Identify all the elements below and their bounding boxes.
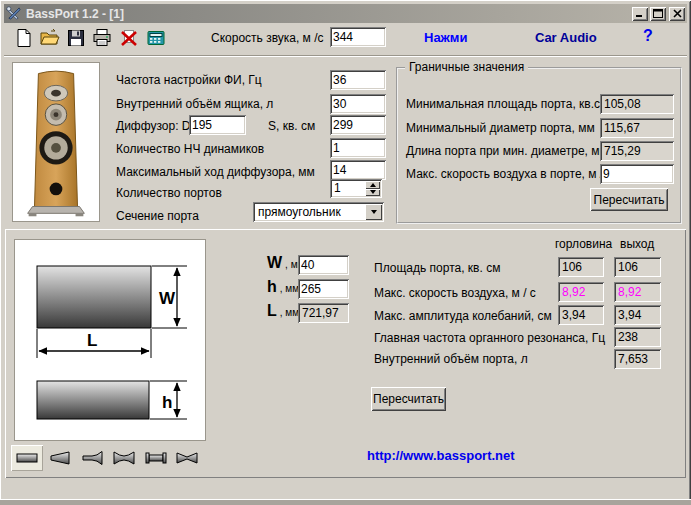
organ-resonance-exit: 238 (614, 327, 661, 347)
window-bottom-edge (0, 499, 691, 505)
port-volume-exit: 7,653 (614, 349, 661, 369)
box-volume-label: Внутренний объём ящика, л (116, 97, 273, 111)
straight-port-icon (15, 450, 39, 466)
calculator-icon (146, 28, 166, 48)
diffuser-s-label: S, кв. см (268, 119, 315, 133)
horn-port-icon (81, 450, 105, 466)
toolbar-divider (4, 55, 687, 57)
box-volume-input[interactable] (330, 94, 386, 114)
calculator-button[interactable] (146, 28, 166, 48)
woofer-count-input[interactable] (330, 138, 386, 158)
port-shape-double-horn-button[interactable] (108, 445, 140, 471)
minimize-icon (635, 9, 645, 18)
port-shape-horn-button[interactable] (77, 445, 109, 471)
w-input[interactable] (298, 255, 349, 275)
open-file-button[interactable] (40, 28, 60, 48)
port-recalculate-button[interactable]: Пересчитать (371, 387, 446, 411)
chevron-down-icon (371, 210, 377, 217)
speaker-image-box (12, 62, 100, 222)
max-air-speed-result-label: Макс. скорость воздуха, м / с (374, 286, 536, 300)
h-input[interactable] (298, 279, 349, 299)
cone-port-icon (49, 450, 73, 466)
open-folder-icon (40, 28, 60, 48)
max-air-speed-exit: 8,92 (614, 282, 661, 302)
port-diagram-box: W L h (14, 239, 206, 441)
limits-groupbox: Граничные значения Минимальная площадь п… (396, 67, 682, 224)
spin-up-icon (370, 180, 376, 187)
port-shape-flanged-tube-button[interactable] (140, 445, 172, 471)
help-link[interactable]: ? (643, 27, 653, 45)
max-amplitude-throat: 3,94 (558, 305, 604, 325)
length-at-min-value: 715,29 (600, 141, 674, 161)
diagram-w-label: W (159, 289, 176, 308)
limits-recalculate-button[interactable]: Пересчитать (590, 188, 668, 211)
throat-column-header: горловина (555, 237, 612, 251)
close-button[interactable] (669, 7, 685, 21)
port-diagram: W L h (15, 240, 205, 440)
speed-of-sound-input[interactable] (330, 27, 386, 47)
max-air-speed-label: Макс. скорость воздуха в порте, м /с (406, 167, 609, 181)
limits-title: Граничные значения (405, 60, 528, 74)
diffuser-s-input[interactable] (330, 115, 386, 135)
l-dim-label: L , мм (267, 302, 299, 320)
spin-down-button[interactable] (365, 189, 380, 197)
organ-resonance-label: Главная частота органного резонанса, Гц (374, 331, 605, 345)
port-count-label: Количество портов (116, 186, 222, 200)
max-amplitude-label: Макс. амплитуда колебаний, см (374, 309, 552, 323)
min-diameter-value: 115,67 (600, 118, 674, 138)
max-excursion-input[interactable] (330, 160, 386, 180)
port-section-dropdown[interactable]: прямоугольник (253, 202, 384, 222)
new-file-button[interactable] (14, 28, 34, 48)
maximize-button[interactable] (650, 7, 666, 21)
port-panel: W L h W , мм h , мм L , мм 721,97 (5, 229, 686, 478)
print-icon (92, 28, 112, 48)
save-icon (66, 28, 86, 48)
max-air-speed-input[interactable] (600, 164, 674, 184)
diagram-h-label: h (162, 393, 172, 412)
port-count-stepper[interactable]: 1 (330, 179, 382, 198)
spin-up-button[interactable] (365, 181, 380, 189)
port-area-label: Площадь порта, кв. см (374, 261, 500, 275)
min-area-value: 105,08 (600, 94, 674, 114)
l-value: 721,97 (298, 303, 349, 323)
woofer-count-label: Количество НЧ динамиков (116, 142, 264, 156)
dropdown-button[interactable] (365, 204, 382, 220)
diagram-l-label: L (87, 331, 97, 350)
double-horn-port-icon (112, 450, 136, 466)
app-icon (6, 6, 21, 21)
port-area-exit: 106 (614, 257, 661, 277)
window-title: BassPort 1.2 - [1] (26, 7, 630, 21)
car-audio-link[interactable]: Car Audio (535, 30, 597, 45)
minimize-button[interactable] (632, 7, 648, 21)
port-section-label: Сечение порта (116, 209, 199, 223)
h-dim-label: h , мм (267, 278, 299, 296)
length-at-min-label: Длина порта при мин. диаметре, мм (406, 144, 608, 158)
min-diameter-label: Минимальный диаметр порта, мм (406, 121, 595, 135)
delete-button[interactable] (119, 28, 139, 48)
speaker-image (13, 63, 99, 221)
max-excursion-label: Максимальный ход диффузора, мм (116, 165, 315, 179)
tuning-freq-input[interactable] (330, 70, 386, 90)
press-link[interactable]: Нажми (424, 30, 467, 45)
print-button[interactable] (92, 28, 112, 48)
port-volume-label: Внутренний объём порта, л (374, 352, 528, 366)
website-link[interactable]: http://www.bassport.net (367, 448, 515, 463)
close-icon (673, 9, 682, 18)
diffuser-d-input[interactable] (189, 115, 246, 135)
port-shape-double-cone-button[interactable] (171, 445, 203, 471)
port-shape-straight-button[interactable] (11, 445, 43, 471)
max-amplitude-exit: 3,94 (614, 305, 661, 325)
speed-of-sound-label: Скорость звука, м /с (211, 31, 324, 45)
new-document-icon (14, 28, 34, 48)
double-cone-port-icon (175, 450, 199, 466)
tuning-freq-label: Частота настройки ФИ, Гц (116, 73, 262, 87)
port-section-value: прямоугольник (253, 205, 365, 219)
port-count-value: 1 (330, 179, 365, 198)
save-button[interactable] (66, 28, 86, 48)
port-shape-cone-button[interactable] (45, 445, 77, 471)
min-area-label: Минимальная площадь порта, кв.см (406, 97, 608, 111)
maximize-icon (653, 9, 663, 18)
app-window: BassPort 1.2 - [1] (0, 0, 691, 505)
exit-column-header: выход (620, 237, 654, 251)
delete-icon (119, 28, 139, 48)
